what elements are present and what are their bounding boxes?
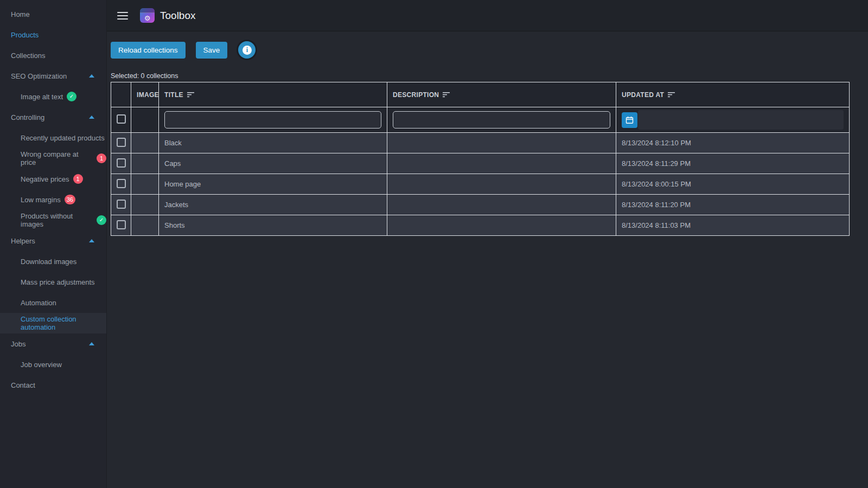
description-filter-input[interactable] bbox=[393, 111, 610, 129]
title-cell: Shorts bbox=[159, 215, 387, 236]
info-icon: i bbox=[242, 46, 252, 55]
sidebar-item-image-alt-text[interactable]: Image alt text✓ bbox=[0, 86, 106, 107]
sidebar-item-download-images[interactable]: Download images bbox=[0, 251, 106, 272]
image-cell bbox=[131, 195, 159, 215]
action-toolbar: Reload collections Save i bbox=[111, 37, 868, 62]
description-cell bbox=[387, 215, 616, 236]
collapse-arrow-icon[interactable] bbox=[89, 239, 94, 242]
sidebar-item-negative-prices[interactable]: Negative prices1 bbox=[0, 169, 106, 189]
row-checkbox[interactable] bbox=[117, 179, 126, 188]
check-badge-icon: ✓ bbox=[97, 215, 106, 225]
collapse-arrow-icon[interactable] bbox=[89, 74, 94, 78]
title-filter-input[interactable] bbox=[164, 111, 381, 129]
updated-at-cell: 8/13/2024 8:11:03 PM bbox=[616, 215, 850, 236]
sidebar-item-automation[interactable]: Automation bbox=[0, 292, 106, 313]
sidebar-item-contact[interactable]: Contact bbox=[0, 375, 106, 395]
sidebar-item-jobs[interactable]: Jobs bbox=[0, 333, 106, 354]
title-cell: Caps bbox=[159, 153, 387, 174]
collapse-arrow-icon[interactable] bbox=[89, 115, 94, 119]
header-image: IMAGE bbox=[131, 82, 159, 107]
image-cell bbox=[131, 174, 159, 195]
sidebar-item-helpers[interactable]: Helpers bbox=[0, 230, 106, 251]
updated-at-cell: 8/13/2024 8:11:20 PM bbox=[616, 195, 850, 215]
description-cell bbox=[387, 133, 616, 153]
description-cell bbox=[387, 174, 616, 195]
description-cell bbox=[387, 153, 616, 174]
page-content: Reload collections Save i Selected: 0 co… bbox=[107, 31, 868, 488]
table-header-row: IMAGE TITLE DESCRIPTION UPDATED AT bbox=[111, 82, 850, 107]
updated-at-cell: 8/13/2024 8:00:15 PM bbox=[616, 174, 850, 195]
top-bar: ⚙ Toolbox bbox=[107, 0, 868, 31]
sidebar-item-products-without-images[interactable]: Products without images✓ bbox=[0, 210, 106, 230]
count-badge: 36 bbox=[65, 195, 75, 204]
sidebar-item-controlling[interactable]: Controlling bbox=[0, 107, 106, 127]
updated-at-filter-input[interactable] bbox=[638, 110, 844, 130]
selection-status: Selected: 0 collections bbox=[111, 72, 868, 80]
check-badge-icon: ✓ bbox=[67, 92, 76, 101]
sidebar-item-job-overview[interactable]: Job overview bbox=[0, 354, 106, 375]
app-title: Toolbox bbox=[160, 10, 196, 22]
collections-table: IMAGE TITLE DESCRIPTION UPDATED AT bbox=[111, 82, 850, 236]
calendar-icon bbox=[626, 116, 634, 124]
description-cell bbox=[387, 195, 616, 215]
table-row[interactable]: Black 8/13/2024 8:12:10 PM bbox=[111, 133, 850, 153]
count-badge: 1 bbox=[73, 174, 83, 184]
title-cell: Jackets bbox=[159, 195, 387, 215]
toolbox-logo-icon: ⚙ bbox=[140, 8, 155, 23]
collapse-arrow-icon[interactable] bbox=[89, 342, 94, 345]
table-row[interactable]: Home page 8/13/2024 8:00:15 PM bbox=[111, 174, 850, 195]
sidebar-item-mass-price-adjustments[interactable]: Mass price adjustments bbox=[0, 272, 106, 292]
row-checkbox[interactable] bbox=[117, 138, 126, 147]
updated-at-cell: 8/13/2024 8:11:29 PM bbox=[616, 153, 850, 174]
sidebar-item-custom-collection-automation[interactable]: Custom collection automation bbox=[0, 313, 106, 333]
sidebar-item-collections[interactable]: Collections bbox=[0, 45, 106, 66]
header-select-column bbox=[111, 82, 131, 107]
table-row[interactable]: Jackets 8/13/2024 8:11:20 PM bbox=[111, 195, 850, 215]
image-cell bbox=[131, 153, 159, 174]
header-title[interactable]: TITLE bbox=[159, 82, 387, 107]
reload-collections-button[interactable]: Reload collections bbox=[111, 42, 186, 59]
filter-image-cell bbox=[131, 107, 159, 133]
image-cell bbox=[131, 215, 159, 236]
sidebar: Home Products Collections SEO Optimizati… bbox=[0, 0, 107, 488]
title-cell: Home page bbox=[159, 174, 387, 195]
sidebar-item-recently-updated-products[interactable]: Recently updated products bbox=[0, 127, 106, 148]
sidebar-item-low-margins[interactable]: Low margins36 bbox=[0, 189, 106, 210]
sidebar-item-seo-optimization[interactable]: SEO Optimization bbox=[0, 66, 106, 86]
sort-icon[interactable] bbox=[187, 92, 195, 98]
select-all-checkbox[interactable] bbox=[117, 114, 126, 124]
table-filter-row bbox=[111, 107, 850, 133]
sidebar-item-products[interactable]: Products bbox=[0, 24, 106, 45]
table-row[interactable]: Caps 8/13/2024 8:11:29 PM bbox=[111, 153, 850, 174]
row-checkbox[interactable] bbox=[117, 200, 126, 209]
updated-at-cell: 8/13/2024 8:12:10 PM bbox=[616, 133, 850, 153]
sort-icon[interactable] bbox=[668, 92, 675, 98]
hamburger-menu-icon[interactable] bbox=[117, 12, 128, 20]
app-window: Home Products Collections SEO Optimizati… bbox=[0, 0, 868, 488]
count-badge: 1 bbox=[97, 153, 106, 163]
gear-icon: ⚙ bbox=[140, 14, 155, 23]
sort-icon[interactable] bbox=[443, 92, 450, 98]
row-checkbox[interactable] bbox=[117, 220, 126, 229]
table-row[interactable]: Shorts 8/13/2024 8:11:03 PM bbox=[111, 215, 850, 236]
sidebar-item-home[interactable]: Home bbox=[0, 4, 106, 24]
save-button[interactable]: Save bbox=[196, 42, 228, 59]
title-cell: Black bbox=[159, 133, 387, 153]
header-description[interactable]: DESCRIPTION bbox=[387, 82, 616, 107]
image-cell bbox=[131, 133, 159, 153]
info-button[interactable]: i bbox=[238, 41, 256, 59]
sidebar-item-wrong-compare-at-price[interactable]: Wrong compare at price1 bbox=[0, 148, 106, 169]
row-checkbox[interactable] bbox=[117, 158, 126, 168]
main-area: ⚙ Toolbox Reload collections Save i Sele… bbox=[107, 0, 868, 488]
calendar-button[interactable] bbox=[622, 112, 637, 128]
header-updated-at[interactable]: UPDATED AT bbox=[616, 82, 850, 107]
